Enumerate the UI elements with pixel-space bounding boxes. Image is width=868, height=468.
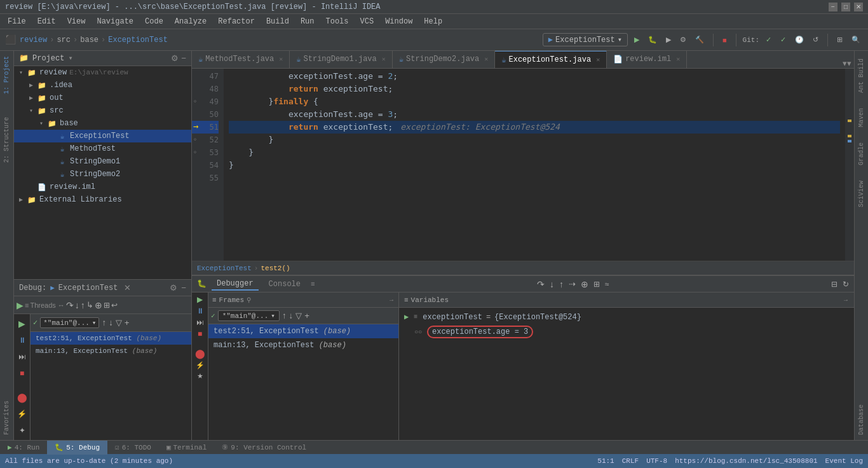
menu-tools[interactable]: Tools	[321, 16, 354, 27]
run-cursor-btn[interactable]: ↳	[86, 300, 93, 310]
thread-filter-btn[interactable]: ▽	[116, 318, 122, 327]
tree-item-root[interactable]: ▾ 📁 review E:\java\review	[14, 66, 191, 79]
tab-close-stringdemo1[interactable]: ✕	[382, 55, 386, 63]
extra-side-btn2[interactable]: ⚡	[15, 407, 29, 421]
evaluate-main-btn[interactable]: ⊕	[581, 279, 588, 289]
run-cursor-main-btn[interactable]: ⇢	[569, 279, 576, 289]
project-minimize-btn[interactable]: −	[181, 53, 186, 63]
debug-close-btn[interactable]: ✕	[124, 283, 131, 292]
build-button[interactable]: 🔨	[693, 34, 707, 45]
step-out-btn[interactable]: ↑	[81, 300, 85, 310]
tree-item-external-libs[interactable]: ▶ 📁 External Libraries	[14, 193, 191, 206]
tab-overflow-btn[interactable]: ▾▾	[840, 59, 854, 68]
breadcrumb-review[interactable]: review	[20, 36, 47, 45]
var-expand-right-btn[interactable]: →	[843, 296, 849, 303]
menu-analyze[interactable]: Analyze	[170, 16, 212, 27]
table-view-btn[interactable]: ⊞	[593, 280, 600, 289]
debug-toolbar-frames[interactable]: ≡	[25, 301, 29, 309]
thread-up-btn[interactable]: ↑	[102, 318, 106, 327]
frames-expand-btn[interactable]: →	[388, 296, 395, 303]
debug-tab[interactable]: 🐛 5: Debug	[47, 441, 107, 455]
step-over-btn[interactable]: ↷	[66, 300, 74, 310]
tab-close-methodtest[interactable]: ✕	[279, 55, 283, 63]
variables-layout-btn[interactable]: ⊟	[831, 280, 837, 289]
stop-button[interactable]: ■	[720, 35, 729, 45]
run-button[interactable]: ▶	[632, 34, 642, 45]
menu-file[interactable]: File	[3, 16, 31, 27]
debug-settings-btn[interactable]: ⚙	[170, 283, 177, 292]
thread-filter-icon[interactable]: ▽	[295, 311, 302, 320]
menu-navigate[interactable]: Navigate	[92, 16, 139, 27]
menu-help[interactable]: Help	[419, 16, 447, 27]
stop-icon-btn[interactable]: ■	[198, 329, 202, 338]
coverage-button[interactable]: ▶	[663, 34, 674, 45]
var-exceptiontest-age[interactable]: ○○ exceptionTest.age = 3	[399, 324, 854, 340]
step-side-btn2[interactable]: ⏭	[15, 350, 29, 364]
breadcrumb-class[interactable]: ExceptionTest	[108, 36, 168, 45]
tab-methodtest[interactable]: ☕ MethodTest.java ✕	[192, 51, 290, 68]
run-tab[interactable]: ▶ 4: Run	[0, 441, 47, 455]
step-out-main-btn[interactable]: ↑	[559, 279, 564, 289]
thread-up-icon[interactable]: ↑	[282, 311, 287, 320]
breadcrumb-base[interactable]: base	[80, 36, 98, 45]
thread-down-btn[interactable]: ↓	[109, 318, 113, 327]
menu-code[interactable]: Code	[140, 16, 168, 27]
frame-main[interactable]: main:13, ExceptionTest (base)	[208, 338, 398, 352]
var-exceptiontest[interactable]: ▶ ≡ exceptionTest = {ExceptionTest@524}	[399, 310, 854, 324]
menu-refactor[interactable]: Refactor	[213, 16, 260, 27]
project-settings-btn[interactable]: ⚙	[171, 53, 179, 63]
debug-minimize-btn[interactable]: −	[181, 283, 186, 292]
run-config-selector[interactable]: ▶ ExceptionTest ▾	[543, 33, 628, 46]
project-panel-tab[interactable]: 1: Project	[1, 51, 12, 99]
maven-tab[interactable]: Maven	[856, 103, 867, 132]
ant-build-tab[interactable]: Ant Build	[856, 53, 867, 98]
tree-item-exceptiontest[interactable]: ☕ ExceptionTest	[14, 130, 191, 142]
version-control-tab[interactable]: ⑨ 9: Version Control	[214, 441, 314, 455]
step-icon-btn[interactable]: ⏭	[196, 318, 204, 327]
lightning-btn[interactable]: ⚡	[196, 361, 205, 369]
extra-side-btn3[interactable]: ✦	[15, 423, 29, 437]
tree-item-reviewiml[interactable]: 📄 review.iml	[14, 181, 191, 193]
thread-dropdown[interactable]: *"main"@... ▾	[40, 317, 99, 328]
breadcrumb-class-path[interactable]: ExceptionTest	[197, 265, 252, 272]
database-tab[interactable]: Database	[856, 399, 867, 440]
menu-edit[interactable]: Edit	[32, 16, 61, 27]
tree-item-base[interactable]: ▾ 📁 base	[14, 117, 191, 130]
tab-close-exceptiontest[interactable]: ✕	[596, 56, 600, 64]
code-view[interactable]: 47 48 49 ◦ 50 51 52 ◦ 53 ◦ 54 55	[192, 69, 854, 261]
project-dropdown-arrow[interactable]: ▾	[68, 53, 72, 63]
breadcrumb-src[interactable]: src	[57, 36, 71, 45]
thread-select[interactable]: *"main"@... ▾	[218, 310, 280, 321]
tree-item-out[interactable]: ▶ 📁 out	[14, 92, 191, 104]
debug-layout-btn[interactable]: ⊞	[104, 301, 110, 310]
debugger-tab[interactable]: Debugger	[212, 278, 259, 291]
structure-panel-tab[interactable]: 2: Structure	[1, 112, 12, 168]
menu-run[interactable]: Run	[295, 16, 320, 27]
profile-button[interactable]: ⚙	[677, 34, 689, 45]
menu-vcs[interactable]: VCS	[355, 16, 379, 27]
step-side-btn[interactable]: ⏸	[15, 333, 29, 347]
resume-side-btn[interactable]: ▶	[15, 317, 29, 331]
pause-icon-btn[interactable]: ⏸	[196, 306, 204, 315]
terminal-tab[interactable]: ▣ Terminal	[159, 441, 214, 455]
todo-tab[interactable]: ☑ 6: TODO	[107, 441, 159, 455]
threads-btn[interactable]: Threads ↔	[30, 301, 64, 309]
tree-item-stringdemo2[interactable]: ☕ StringDemo2	[14, 168, 191, 181]
search-button[interactable]: 🔍	[849, 34, 863, 45]
menu-view[interactable]: View	[62, 16, 91, 27]
breadcrumb-method[interactable]: test2()	[261, 265, 290, 272]
frames-pin-btn[interactable]: ⚲	[247, 296, 251, 303]
maximize-button[interactable]: □	[841, 3, 850, 11]
menu-build[interactable]: Build	[261, 16, 294, 27]
extra-side-btn1[interactable]: ⬤	[15, 390, 29, 404]
step-into-btn[interactable]: ↓	[75, 300, 79, 310]
code-lines[interactable]: exceptionTest.age = 2; return exceptionT…	[224, 69, 845, 261]
tab-reviewiml[interactable]: 📄 review.iml ✕	[607, 51, 687, 68]
step-over-main-btn[interactable]: ↷	[537, 279, 545, 289]
restore-layout-main-btn[interactable]: ↻	[843, 280, 849, 289]
git-checkmark2[interactable]: ✓	[778, 34, 789, 45]
tab-close-stringdemo2[interactable]: ✕	[484, 55, 488, 63]
step-into-main-btn[interactable]: ↓	[550, 279, 554, 289]
git-rollback[interactable]: ↺	[810, 34, 821, 45]
star-btn[interactable]: ★	[197, 372, 203, 380]
